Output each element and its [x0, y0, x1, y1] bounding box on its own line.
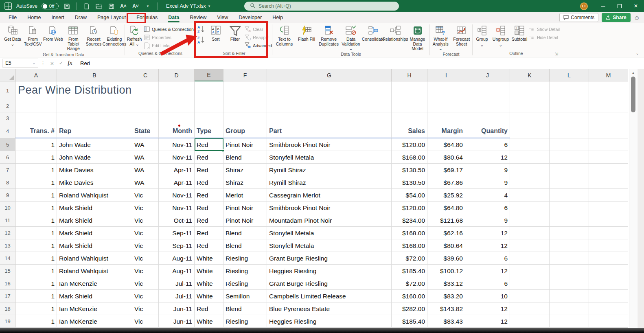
cell-H11[interactable]: $234.00: [392, 214, 427, 227]
data-validation-button[interactable]: Data Validation ⌄: [341, 25, 361, 51]
cell-K18[interactable]: [510, 302, 550, 315]
cell-H5[interactable]: $120.00: [392, 138, 427, 151]
tab-draw[interactable]: Draw: [70, 12, 92, 23]
cell-M4[interactable]: [589, 124, 628, 138]
cell-F13[interactable]: Blend: [223, 239, 267, 252]
cell-L5[interactable]: [550, 138, 589, 151]
row-header-3[interactable]: 3: [0, 112, 15, 124]
row-header-16[interactable]: 16: [0, 277, 15, 290]
cell-M6[interactable]: [589, 151, 628, 164]
cell-A17[interactable]: 1: [15, 290, 57, 302]
row-header-14[interactable]: 14: [0, 252, 15, 265]
cell-G2[interactable]: [267, 100, 392, 112]
cell-G1[interactable]: [267, 81, 392, 100]
cell-L15[interactable]: [550, 265, 589, 277]
tab-home[interactable]: Home: [22, 12, 46, 23]
cell-M9[interactable]: [589, 189, 628, 202]
cell-I3[interactable]: [427, 112, 465, 124]
cell-B7[interactable]: Mike Davies: [57, 164, 132, 176]
cell-B4[interactable]: Rep: [57, 124, 132, 138]
cell-M16[interactable]: [589, 277, 628, 290]
cell-M19[interactable]: [589, 315, 628, 328]
cell-F16[interactable]: Riesling: [223, 277, 267, 290]
row-header-17[interactable]: 17: [0, 290, 15, 302]
cell-B6[interactable]: John Wade: [57, 151, 132, 164]
cell-J19[interactable]: 12: [465, 315, 510, 328]
quick-save-icon[interactable]: [107, 2, 115, 10]
cell-L6[interactable]: [550, 151, 589, 164]
cell-C4[interactable]: State: [132, 124, 159, 138]
cell-I17[interactable]: $83.20: [427, 290, 465, 302]
cell-I16[interactable]: $33.12: [427, 277, 465, 290]
cell-A15[interactable]: 1: [15, 265, 57, 277]
cell-E14[interactable]: White: [195, 252, 223, 265]
row-header-18[interactable]: 18: [0, 302, 15, 315]
cell-D11[interactable]: Oct-11: [159, 214, 195, 227]
cell-E13[interactable]: Red: [195, 239, 223, 252]
comments-button[interactable]: Comments: [559, 13, 598, 22]
cell-M14[interactable]: [589, 252, 628, 265]
cell-B8[interactable]: Mike Davies: [57, 176, 132, 189]
cell-D15[interactable]: Aug-11: [159, 265, 195, 277]
cell-G7[interactable]: Rymill Shiraz: [267, 164, 392, 176]
text-to-columns-button[interactable]: Text to Columns: [274, 25, 295, 46]
column-header-D[interactable]: D: [159, 69, 195, 81]
cell-L18[interactable]: [550, 302, 589, 315]
get-data-button[interactable]: Get Data ⌄: [2, 25, 23, 46]
cell-F11[interactable]: Pinot Noir: [223, 214, 267, 227]
cell-G19[interactable]: Heggies Riesling: [267, 315, 392, 328]
cell-C9[interactable]: Vic: [132, 189, 159, 202]
cell-L4[interactable]: [550, 124, 589, 138]
cell-F6[interactable]: Blend: [223, 151, 267, 164]
cell-L3[interactable]: [550, 112, 589, 124]
confirm-entry-icon[interactable]: ✓: [57, 59, 66, 68]
cell-G12[interactable]: Stonyfell Metala: [267, 227, 392, 239]
cell-K13[interactable]: [510, 239, 550, 252]
cell-G18[interactable]: Blue Pyrenees Estate: [267, 302, 392, 315]
cell-H3[interactable]: [392, 112, 427, 124]
column-header-K[interactable]: K: [510, 69, 550, 81]
cell-B9[interactable]: Roland Wahlquist: [57, 189, 132, 202]
cell-J10[interactable]: 6: [465, 202, 510, 214]
cell-L11[interactable]: [550, 214, 589, 227]
cell-J17[interactable]: 10: [465, 290, 510, 302]
cell-J2[interactable]: [465, 100, 510, 112]
cell-C16[interactable]: Vic: [132, 277, 159, 290]
cell-L13[interactable]: [550, 239, 589, 252]
share-button[interactable]: Share: [602, 13, 630, 22]
cell-B16[interactable]: Ian McKenzie: [57, 277, 132, 290]
cell-K14[interactable]: [510, 252, 550, 265]
open-folder-icon[interactable]: [95, 2, 103, 10]
cell-I6[interactable]: $80.64: [427, 151, 465, 164]
cell-H8[interactable]: $130.50: [392, 176, 427, 189]
name-box[interactable]: E5 ⌄: [2, 59, 38, 68]
cell-J8[interactable]: 9: [465, 176, 510, 189]
new-document-icon[interactable]: [83, 2, 91, 10]
cell-B11[interactable]: Mark Shield: [57, 214, 132, 227]
cell-I14[interactable]: $39.60: [427, 252, 465, 265]
cell-I10[interactable]: $64.80: [427, 202, 465, 214]
manage-data-model-button[interactable]: Manage Data Model: [407, 25, 428, 51]
cell-D17[interactable]: Jul-11: [159, 290, 195, 302]
outline-dialog-launcher-icon[interactable]: ⇲: [555, 52, 558, 56]
cell-C18[interactable]: Vic: [132, 302, 159, 315]
cell-M11[interactable]: [589, 214, 628, 227]
cell-E1[interactable]: [195, 81, 223, 100]
fill-handle[interactable]: [222, 149, 224, 152]
cell-D5[interactable]: Nov-11: [159, 138, 195, 151]
cell-H9[interactable]: $54.00: [392, 189, 427, 202]
cell-E16[interactable]: White: [195, 277, 223, 290]
cell-E2[interactable]: [195, 100, 223, 112]
cell-M12[interactable]: [589, 227, 628, 239]
cell-A14[interactable]: 1: [15, 252, 57, 265]
cell-J4[interactable]: Quantity: [465, 124, 510, 138]
cell-B2[interactable]: [57, 100, 132, 112]
cell-D4[interactable]: Month: [159, 124, 195, 138]
tab-insert[interactable]: Insert: [46, 12, 70, 23]
from-web-button[interactable]: From Web: [43, 25, 64, 42]
cell-B3[interactable]: [57, 112, 132, 124]
select-all-corner[interactable]: [0, 69, 15, 81]
cell-F3[interactable]: [223, 112, 267, 124]
group-button[interactable]: Group⌄: [473, 25, 491, 47]
cell-M15[interactable]: [589, 265, 628, 277]
